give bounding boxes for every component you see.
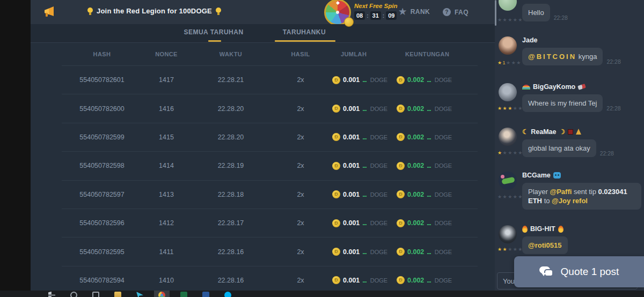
chat-timestamp: 22:28: [606, 58, 620, 65]
chat-username[interactable]: ReaMae: [531, 128, 556, 136]
hash-cell: 554050782598: [62, 162, 142, 169]
jumlah-cell: Ð 0.001... DOGE: [330, 190, 394, 198]
keuntungan-cell: Ð 0.002... DOGE: [394, 76, 478, 84]
avatar[interactable]: [499, 36, 517, 55]
doge-coin-icon: Ð: [332, 190, 340, 198]
chat-bubble[interactable]: global lang ata okay: [522, 139, 596, 157]
chat-bubble[interactable]: Hello: [522, 4, 550, 21]
doge-coin-icon: Ð: [332, 248, 340, 256]
nonce-cell: 1414: [142, 162, 191, 169]
doge-coin-icon: Ð: [332, 219, 340, 227]
faq-label: FAQ: [455, 9, 469, 16]
hasil-cell: 2x: [271, 162, 330, 169]
doge-coin-icon: Ð: [397, 190, 405, 198]
coin-stack-icon: [344, 17, 354, 27]
nonce-cell: 1410: [142, 277, 191, 284]
keuntungan-cell: Ð 0.002... DOGE: [394, 190, 478, 198]
screen-left-black-strip: [0, 0, 31, 297]
chat-username[interactable]: BIG-HIT: [530, 225, 555, 233]
doge-coin-icon: Ð: [332, 76, 340, 84]
chat-bubble[interactable]: @roti0515: [522, 236, 568, 254]
tab-my-bets[interactable]: TARUHANKU: [283, 28, 326, 36]
hasil-cell: 2x: [271, 76, 330, 84]
tab-all-bets[interactable]: SEMUA TARUHAN: [184, 28, 243, 36]
chat-scrollbar[interactable]: [495, 0, 496, 26]
col-header-nonce: NONCE: [142, 51, 191, 57]
lightbulb-icon: [216, 8, 221, 15]
avatar[interactable]: [499, 172, 517, 190]
table-row[interactable]: 554050782596 1412 22.28.17 2x Ð 0.001...…: [62, 209, 478, 237]
robot-icon: [553, 172, 561, 179]
hasil-cell: 2x: [271, 191, 330, 198]
timer-minutes: 31: [370, 11, 381, 20]
red-square-icon: [568, 129, 573, 135]
timer-hours: 08: [354, 11, 365, 20]
quote-posts-button[interactable]: Quote 1 post: [514, 256, 644, 287]
keuntungan-cell: Ð 0.002... DOGE: [394, 162, 478, 170]
table-row[interactable]: 554050782597 1413 22.28.18 2x Ð 0.001...…: [62, 180, 478, 209]
tab-indicator-active: [275, 40, 335, 42]
hash-cell: 554050782601: [62, 76, 142, 84]
mention-link[interactable]: @BITCOIN: [528, 53, 576, 61]
waktu-cell: 22.28.20: [191, 133, 271, 141]
cortana-icon[interactable]: [70, 292, 77, 297]
hash-cell: 554050782597: [62, 191, 142, 198]
skype-icon[interactable]: [224, 292, 231, 297]
mention-link[interactable]: @Paffi: [550, 188, 572, 196]
chat-bubble[interactable]: @BITCOIN kynga: [522, 48, 603, 65]
hasil-cell: 2x: [271, 277, 330, 284]
avatar[interactable]: [499, 128, 517, 146]
announcement-banner[interactable]: Join the Red Legion for 100DOGE: [87, 7, 221, 15]
nonce-cell: 1416: [142, 105, 191, 113]
chat-timestamp: 22:28: [600, 150, 614, 157]
faq-button[interactable]: ? FAQ: [443, 8, 469, 16]
waktu-cell: 22.28.16: [191, 277, 271, 284]
chat-quote-icon: [539, 266, 553, 277]
nonce-cell: 1412: [142, 219, 191, 227]
doge-coin-icon: Ð: [397, 76, 405, 84]
excel-icon[interactable]: [180, 292, 187, 297]
free-spin-widget[interactable]: Next Free Spin 08 : 31 : 09: [354, 3, 404, 20]
pray-icon: [576, 129, 581, 135]
windows-start-icon[interactable]: [48, 292, 55, 297]
table-row[interactable]: 554050782595 1411 22.28.16 2x Ð 0.001...…: [62, 237, 478, 265]
chat-username[interactable]: BigGayKomo: [533, 83, 575, 91]
rank-button[interactable]: ★ RANK: [399, 8, 430, 16]
mention-link[interactable]: @roti0515: [528, 241, 562, 249]
jumlah-cell: Ð 0.001... DOGE: [330, 248, 394, 256]
chat-message: ★★★★★ ☾ ReaMae ☽ global lang ata okay 22…: [499, 128, 641, 157]
avatar[interactable]: [499, 0, 517, 11]
doge-coin-icon: Ð: [397, 276, 405, 284]
chrome-icon[interactable]: [158, 292, 165, 297]
chat-message: ★★★★★ BIG-HIT @roti0515: [499, 225, 641, 254]
table-row[interactable]: 554050782598 1414 22.28.19 2x Ð 0.001...…: [62, 151, 478, 180]
col-header-keuntungan: KEUNTUNGAN: [394, 51, 478, 57]
chat-bubble[interactable]: Player @Paffi sent tip 0.023041 ETH to @…: [522, 183, 641, 210]
file-explorer-icon[interactable]: [114, 292, 121, 297]
announcement-text: Join the Red Legion for 100DOGE: [97, 7, 212, 15]
keuntungan-cell: Ð 0.002... DOGE: [394, 219, 478, 227]
hasil-cell: 2x: [271, 133, 330, 141]
avatar[interactable]: [499, 225, 517, 243]
table-row[interactable]: 554050782600 1416 22.28.20 2x Ð 0.001...…: [62, 94, 478, 122]
waktu-cell: 22.28.19: [191, 162, 271, 169]
task-view-icon[interactable]: [92, 292, 99, 297]
col-header-waktu: WAKTU: [191, 51, 271, 57]
chat-username[interactable]: Jade: [522, 36, 538, 44]
mention-link[interactable]: @Joy refol: [552, 197, 588, 205]
keuntungan-cell: Ð 0.002... DOGE: [394, 276, 478, 284]
hash-cell: 554050782594: [62, 277, 142, 284]
hash-cell: 554050782596: [62, 219, 142, 227]
hash-cell: 554050782599: [62, 133, 142, 141]
table-row[interactable]: 554050782599 1415 22.28.20 2x Ð 0.001...…: [62, 123, 478, 151]
table-row[interactable]: 554050782601 1417 22.28.21 2x Ð 0.001...…: [62, 65, 478, 94]
chat-username[interactable]: BCGame: [522, 172, 551, 179]
avatar[interactable]: [499, 83, 517, 101]
chat-bubble[interactable]: Where is my friend Tej: [522, 94, 603, 112]
ice-cream-icon: [501, 175, 504, 179]
word-icon[interactable]: [202, 292, 209, 297]
app-icon[interactable]: [136, 292, 143, 297]
chat-timestamp: 22:28: [606, 105, 620, 112]
chat-sidebar: ★★★★★ Joy refol Hello 22:28 ★1★★★ Jade @…: [495, 0, 644, 297]
col-header-hasil: HASIL: [271, 51, 330, 57]
